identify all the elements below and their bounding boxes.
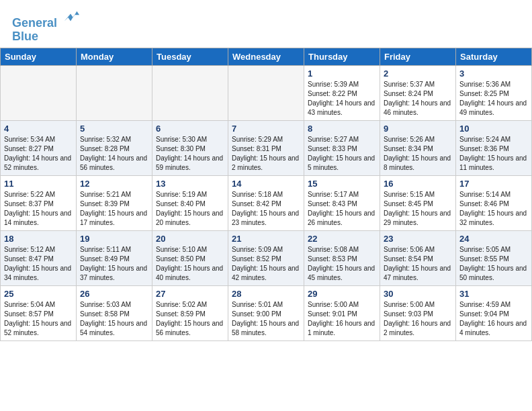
day-info: Sunrise: 5:29 AM Sunset: 8:31 PM Dayligh… [232, 135, 300, 173]
calendar-cell: 13Sunrise: 5:19 AM Sunset: 8:40 PM Dayli… [152, 175, 228, 230]
calendar-cell [77, 65, 152, 120]
day-info: Sunrise: 5:26 AM Sunset: 8:34 PM Dayligh… [384, 135, 452, 173]
day-number: 29 [308, 289, 376, 299]
day-info: Sunrise: 5:22 AM Sunset: 8:37 PM Dayligh… [4, 190, 73, 228]
day-info: Sunrise: 5:21 AM Sunset: 8:39 PM Dayligh… [80, 190, 148, 228]
day-info: Sunrise: 5:34 AM Sunset: 8:27 PM Dayligh… [4, 135, 73, 173]
day-info: Sunrise: 5:19 AM Sunset: 8:40 PM Dayligh… [156, 190, 224, 228]
day-number: 10 [459, 124, 528, 134]
calendar-week-row: 11Sunrise: 5:22 AM Sunset: 8:37 PM Dayli… [1, 175, 532, 230]
day-info: Sunrise: 5:39 AM Sunset: 8:22 PM Dayligh… [308, 80, 376, 118]
day-info: Sunrise: 5:17 AM Sunset: 8:43 PM Dayligh… [308, 190, 376, 228]
calendar-cell: 29Sunrise: 5:00 AM Sunset: 9:01 PM Dayli… [304, 285, 380, 340]
day-number: 24 [459, 234, 528, 244]
calendar-table: SundayMondayTuesdayWednesdayThursdayFrid… [0, 48, 532, 341]
calendar-cell: 30Sunrise: 5:00 AM Sunset: 9:03 PM Dayli… [380, 285, 456, 340]
day-info: Sunrise: 5:36 AM Sunset: 8:25 PM Dayligh… [459, 80, 528, 118]
day-info: Sunrise: 5:10 AM Sunset: 8:50 PM Dayligh… [156, 245, 224, 283]
day-number: 3 [459, 68, 528, 79]
day-number: 17 [459, 179, 528, 189]
logo-bird-icon [62, 8, 81, 27]
day-info: Sunrise: 5:24 AM Sunset: 8:36 PM Dayligh… [459, 135, 528, 173]
calendar-cell: 16Sunrise: 5:15 AM Sunset: 8:45 PM Dayli… [380, 175, 456, 230]
weekday-header-sunday: Sunday [1, 48, 77, 65]
calendar-cell: 19Sunrise: 5:11 AM Sunset: 8:49 PM Dayli… [77, 230, 152, 285]
calendar-cell: 11Sunrise: 5:22 AM Sunset: 8:37 PM Dayli… [1, 175, 77, 230]
day-info: Sunrise: 5:37 AM Sunset: 8:24 PM Dayligh… [384, 80, 452, 118]
calendar-cell: 23Sunrise: 5:06 AM Sunset: 8:54 PM Dayli… [380, 230, 456, 285]
day-number: 4 [4, 124, 73, 134]
day-info: Sunrise: 5:06 AM Sunset: 8:54 PM Dayligh… [384, 245, 452, 283]
calendar-cell: 26Sunrise: 5:03 AM Sunset: 8:58 PM Dayli… [77, 285, 152, 340]
calendar-week-row: 1Sunrise: 5:39 AM Sunset: 8:22 PM Daylig… [1, 65, 532, 120]
day-info: Sunrise: 5:27 AM Sunset: 8:33 PM Dayligh… [308, 135, 376, 173]
day-number: 27 [156, 289, 224, 299]
day-number: 13 [156, 179, 224, 189]
day-info: Sunrise: 5:05 AM Sunset: 8:55 PM Dayligh… [459, 245, 528, 283]
day-info: Sunrise: 5:30 AM Sunset: 8:30 PM Dayligh… [156, 135, 224, 173]
calendar-week-row: 25Sunrise: 5:04 AM Sunset: 8:57 PM Dayli… [1, 285, 532, 340]
calendar-cell [152, 65, 228, 120]
calendar-cell: 18Sunrise: 5:12 AM Sunset: 8:47 PM Dayli… [1, 230, 77, 285]
calendar-cell: 3Sunrise: 5:36 AM Sunset: 8:25 PM Daylig… [456, 65, 532, 120]
calendar-week-row: 4Sunrise: 5:34 AM Sunset: 8:27 PM Daylig… [1, 120, 532, 175]
day-number: 26 [80, 289, 148, 299]
day-number: 28 [232, 289, 300, 299]
day-info: Sunrise: 5:11 AM Sunset: 8:49 PM Dayligh… [80, 245, 148, 283]
day-info: Sunrise: 5:00 AM Sunset: 9:01 PM Dayligh… [308, 300, 376, 338]
weekday-header-wednesday: Wednesday [228, 48, 304, 65]
calendar-cell: 2Sunrise: 5:37 AM Sunset: 8:24 PM Daylig… [380, 65, 456, 120]
page-header: General Blue [0, 0, 532, 48]
day-number: 31 [459, 289, 528, 299]
logo: General Blue [12, 8, 81, 44]
weekday-header-tuesday: Tuesday [152, 48, 228, 65]
day-info: Sunrise: 5:09 AM Sunset: 8:52 PM Dayligh… [232, 245, 300, 283]
calendar-cell: 15Sunrise: 5:17 AM Sunset: 8:43 PM Dayli… [304, 175, 380, 230]
calendar-cell [228, 65, 304, 120]
day-info: Sunrise: 5:01 AM Sunset: 9:00 PM Dayligh… [232, 300, 300, 338]
calendar-cell: 22Sunrise: 5:08 AM Sunset: 8:53 PM Dayli… [304, 230, 380, 285]
day-info: Sunrise: 5:02 AM Sunset: 8:59 PM Dayligh… [156, 300, 224, 338]
day-info: Sunrise: 5:15 AM Sunset: 8:45 PM Dayligh… [384, 190, 452, 228]
day-info: Sunrise: 5:00 AM Sunset: 9:03 PM Dayligh… [384, 300, 452, 338]
calendar-cell [1, 65, 77, 120]
day-info: Sunrise: 5:32 AM Sunset: 8:28 PM Dayligh… [80, 135, 148, 173]
calendar-cell: 28Sunrise: 5:01 AM Sunset: 9:00 PM Dayli… [228, 285, 304, 340]
weekday-header-friday: Friday [380, 48, 456, 65]
day-number: 22 [308, 234, 376, 244]
day-number: 7 [232, 124, 300, 134]
day-info: Sunrise: 5:12 AM Sunset: 8:47 PM Dayligh… [4, 245, 73, 283]
day-number: 12 [80, 179, 148, 189]
day-info: Sunrise: 5:08 AM Sunset: 8:53 PM Dayligh… [308, 245, 376, 283]
day-number: 1 [308, 68, 376, 79]
calendar-cell: 24Sunrise: 5:05 AM Sunset: 8:55 PM Dayli… [456, 230, 532, 285]
calendar-cell: 25Sunrise: 5:04 AM Sunset: 8:57 PM Dayli… [1, 285, 77, 340]
weekday-header-monday: Monday [77, 48, 152, 65]
weekday-header-thursday: Thursday [304, 48, 380, 65]
weekday-header-saturday: Saturday [456, 48, 532, 65]
calendar-cell: 1Sunrise: 5:39 AM Sunset: 8:22 PM Daylig… [304, 65, 380, 120]
day-number: 21 [232, 234, 300, 244]
day-number: 23 [384, 234, 452, 244]
day-number: 9 [384, 124, 452, 134]
day-info: Sunrise: 5:04 AM Sunset: 8:57 PM Dayligh… [4, 300, 73, 338]
calendar-cell: 31Sunrise: 4:59 AM Sunset: 9:04 PM Dayli… [456, 285, 532, 340]
day-number: 30 [384, 289, 452, 299]
day-number: 20 [156, 234, 224, 244]
day-number: 19 [80, 234, 148, 244]
day-number: 25 [4, 289, 73, 299]
day-info: Sunrise: 5:03 AM Sunset: 8:58 PM Dayligh… [80, 300, 148, 338]
calendar-cell: 17Sunrise: 5:14 AM Sunset: 8:46 PM Dayli… [456, 175, 532, 230]
calendar-cell: 27Sunrise: 5:02 AM Sunset: 8:59 PM Dayli… [152, 285, 228, 340]
calendar-cell: 6Sunrise: 5:30 AM Sunset: 8:30 PM Daylig… [152, 120, 228, 175]
calendar-cell: 12Sunrise: 5:21 AM Sunset: 8:39 PM Dayli… [77, 175, 152, 230]
day-number: 11 [4, 179, 73, 189]
logo-blue: Blue [12, 30, 38, 43]
day-number: 2 [384, 68, 452, 79]
calendar-cell: 4Sunrise: 5:34 AM Sunset: 8:27 PM Daylig… [1, 120, 77, 175]
day-number: 5 [80, 124, 148, 134]
calendar-cell: 20Sunrise: 5:10 AM Sunset: 8:50 PM Dayli… [152, 230, 228, 285]
day-info: Sunrise: 5:18 AM Sunset: 8:42 PM Dayligh… [232, 190, 300, 228]
calendar-cell: 5Sunrise: 5:32 AM Sunset: 8:28 PM Daylig… [77, 120, 152, 175]
calendar-cell: 8Sunrise: 5:27 AM Sunset: 8:33 PM Daylig… [304, 120, 380, 175]
